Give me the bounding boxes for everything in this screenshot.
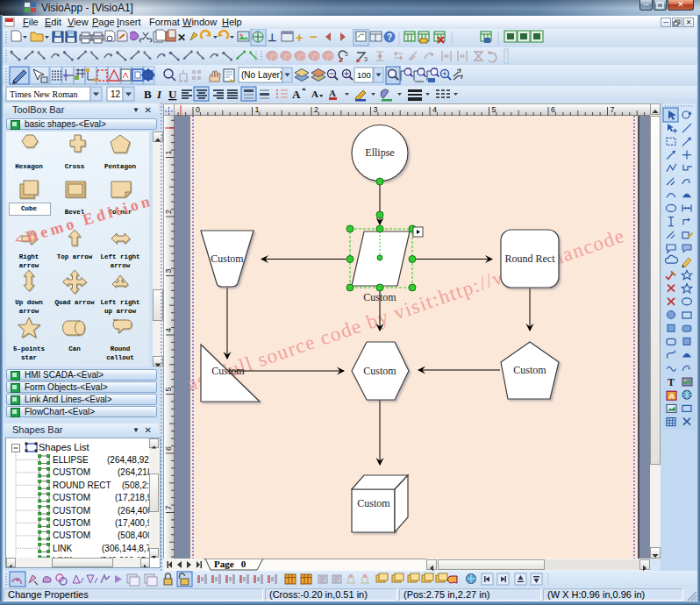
svg-text:7: 7 <box>611 105 615 114</box>
svg-text:−: − <box>310 29 318 44</box>
svg-text:1: 1 <box>164 150 173 154</box>
svg-text:Times New Roman: Times New Roman <box>10 89 77 99</box>
svg-text:A: A <box>329 88 336 98</box>
svg-text:6: 6 <box>164 446 173 451</box>
svg-text:⊥: ⊥ <box>268 32 276 44</box>
svg-text:A: A <box>292 88 301 101</box>
svg-text:1: 1 <box>255 105 260 114</box>
svg-text:Custom: Custom <box>363 365 396 377</box>
svg-text:U: U <box>168 88 177 101</box>
svg-text:3: 3 <box>164 268 173 273</box>
svg-text:2: 2 <box>314 105 318 114</box>
svg-text:Custom: Custom <box>357 497 390 509</box>
svg-text:5: 5 <box>345 51 348 57</box>
svg-text:a: a <box>196 49 199 54</box>
svg-text:100: 100 <box>357 70 371 80</box>
svg-text:3: 3 <box>364 56 368 62</box>
svg-text:0: 0 <box>196 105 200 114</box>
svg-text:12: 12 <box>111 89 121 99</box>
svg-text:✕: ✕ <box>177 32 186 44</box>
svg-text:4: 4 <box>164 328 173 332</box>
svg-text:4: 4 <box>432 105 437 114</box>
svg-text:?: ? <box>387 32 392 42</box>
svg-text:a: a <box>143 49 146 54</box>
svg-text:a: a <box>249 49 253 54</box>
svg-text:2: 2 <box>164 210 173 214</box>
svg-text:5: 5 <box>492 105 496 114</box>
svg-text:a: a <box>90 49 94 54</box>
svg-text:+: + <box>296 30 304 45</box>
svg-text:Custom: Custom <box>211 253 244 265</box>
svg-text:Custom: Custom <box>363 291 396 303</box>
svg-text:Round Rect: Round Rect <box>505 253 556 265</box>
svg-text:Custom: Custom <box>513 364 546 376</box>
svg-text:T: T <box>668 376 675 388</box>
svg-text:(No Layer): (No Layer) <box>241 70 282 80</box>
svg-text:3: 3 <box>374 105 378 114</box>
svg-text:Ellipse: Ellipse <box>365 146 394 159</box>
svg-text:B: B <box>144 88 152 101</box>
svg-text:A: A <box>669 392 675 401</box>
svg-text:Custom: Custom <box>211 365 245 377</box>
svg-text:I: I <box>156 88 162 101</box>
svg-text:7: 7 <box>164 505 173 509</box>
svg-text:A: A <box>311 89 318 99</box>
svg-text:5: 5 <box>164 387 173 391</box>
svg-text:a: a <box>37 49 40 54</box>
svg-text:6: 6 <box>551 105 555 114</box>
